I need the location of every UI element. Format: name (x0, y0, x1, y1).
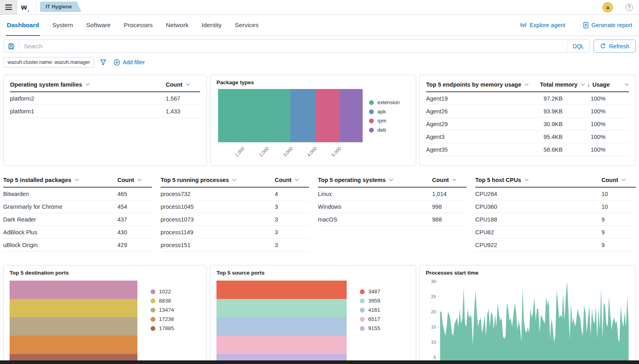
chevron-down-icon[interactable] (75, 177, 79, 181)
cell-count: 3 (275, 242, 309, 248)
table-row: Agent3558.6KB100% (426, 143, 629, 156)
table-row: Windows998 (318, 200, 466, 213)
table-row: process11493 (161, 226, 309, 239)
chevron-down-icon[interactable] (389, 177, 393, 181)
cell-count: 437 (117, 216, 152, 223)
save-query-button[interactable] (4, 40, 19, 52)
cell-name: Agent26 (426, 108, 544, 115)
tab-identity[interactable]: Identity (202, 15, 222, 36)
legend-item[interactable]: rpm (369, 116, 400, 125)
chevron-down-icon[interactable] (452, 177, 456, 181)
panel-installed-packages: Top 5 installed packages Count Bitwarden… (3, 173, 152, 251)
cell-count: 430 (117, 229, 152, 235)
chevron-down-icon[interactable] (137, 177, 141, 181)
help-icon[interactable]: ? (625, 4, 633, 11)
cell-usage: 100% (591, 134, 629, 140)
tab-processes[interactable]: Processes (124, 15, 153, 36)
legend-item[interactable]: 13474 (151, 305, 200, 315)
table-row: Bitwarden465 (3, 188, 152, 200)
add-filter-button[interactable]: Add filter (113, 59, 145, 66)
avatar[interactable]: a (602, 2, 613, 13)
legend-label: apk (377, 109, 386, 115)
report-icon (583, 22, 589, 28)
legend-item[interactable]: 17885 (151, 324, 200, 333)
bar-segment (216, 299, 347, 317)
legend-item[interactable]: 8838 (151, 296, 200, 305)
legend-dot-icon (360, 299, 365, 303)
table-row: Dark Reader437 (3, 213, 152, 226)
legend-item[interactable]: 4161 (360, 305, 410, 315)
legend-label: 9155 (368, 325, 380, 331)
search-input[interactable] (19, 40, 567, 52)
table-row: Agent2693.9KB100% (426, 105, 629, 118)
bar-segment (216, 281, 347, 299)
chart-legend: extensionapkrpmdeb (369, 98, 400, 160)
legend-dot-icon (151, 308, 155, 313)
filter-funnel-button[interactable] (100, 59, 107, 65)
legend-item[interactable]: extension (369, 98, 400, 107)
usage-header: Usage (592, 81, 610, 88)
cell-name: Agent29 (426, 121, 544, 127)
filter-pill[interactable]: wazuh.cluster.name: wazuh.manager (3, 57, 94, 67)
cell-count: 9 (601, 229, 636, 235)
menu-button[interactable] (0, 0, 17, 14)
chevron-down-icon[interactable] (525, 82, 529, 86)
sort-desc-icon[interactable]: ↓ (587, 81, 590, 88)
cell-name: Windows (318, 204, 432, 210)
tab-software[interactable]: Software (86, 15, 111, 36)
bar-segment (218, 89, 290, 142)
table-row: Agent2930.9KB100% (426, 118, 629, 131)
chevron-down-icon[interactable] (625, 82, 629, 86)
chevron-down-icon[interactable] (232, 177, 236, 181)
legend-item[interactable]: deb (369, 125, 400, 135)
legend-item[interactable]: 6517 (360, 315, 410, 324)
y-tick-label: 15 (431, 324, 436, 330)
cell-count: 1,567 (166, 95, 200, 102)
legend-item[interactable]: 9155 (360, 324, 410, 333)
bar-segment (290, 89, 316, 142)
query-language-button[interactable]: DQL (567, 40, 589, 52)
chevron-down-icon[interactable] (85, 82, 89, 86)
cell-name: Agent35 (426, 146, 544, 153)
cell-name: CPU360 (475, 204, 601, 210)
cell-name: CPU922 (475, 242, 601, 248)
add-filter-label: Add filter (123, 59, 145, 65)
legend-label: 17238 (159, 316, 174, 322)
y-tick (437, 297, 439, 297)
breadcrumb-tab[interactable]: IT Hygiene (40, 2, 81, 12)
refresh-button[interactable]: Refresh (593, 40, 636, 53)
bar-segment (10, 299, 137, 317)
tab-services[interactable]: Services (235, 15, 258, 36)
legend-item[interactable]: 3487 (360, 287, 410, 296)
panel-endpoints-memory: Top 5 endpoints by memory usage Total me… (419, 75, 636, 166)
chevron-down-icon[interactable] (186, 82, 190, 86)
y-tick (437, 342, 439, 342)
chevron-down-icon[interactable] (581, 82, 585, 86)
chevron-down-icon[interactable] (524, 177, 528, 181)
cell-memory: 30.9KB (544, 121, 591, 127)
explore-agent-button[interactable]: Explore agent (520, 22, 565, 28)
tab-system[interactable]: System (52, 15, 73, 36)
cell-count: 1,014 (432, 191, 466, 197)
legend-item[interactable]: 1022 (151, 287, 200, 296)
cell-name: Bitwarden (3, 191, 117, 197)
panel-operating-systems: Top 5 operating systems Count Linux1,014… (318, 173, 466, 251)
count-header: Count (601, 177, 618, 183)
chevron-down-icon[interactable] (295, 177, 299, 181)
y-tick (437, 327, 439, 327)
tab-network[interactable]: Network (166, 15, 189, 36)
legend-item[interactable]: 17238 (151, 315, 200, 324)
legend-item[interactable]: 3959 (360, 296, 410, 305)
panel-running-processes: Top 5 running processes Count process732… (161, 173, 309, 251)
cell-count: 998 (432, 204, 466, 210)
table-body: platform21,567platform11,433 (10, 92, 200, 118)
tab-dashboard[interactable]: Dashboard (7, 15, 39, 36)
legend-item[interactable]: apk (369, 107, 400, 116)
cell-name: process151 (161, 242, 275, 248)
generate-report-button[interactable]: Generate report (583, 22, 632, 28)
legend-label: 3487 (368, 289, 380, 295)
app-logo[interactable]: w. (17, 0, 36, 14)
panel-destination-ports: Top 5 destination ports 1022883813474172… (3, 265, 207, 364)
legend-label: 13474 (159, 307, 174, 313)
chevron-down-icon[interactable] (621, 177, 625, 181)
